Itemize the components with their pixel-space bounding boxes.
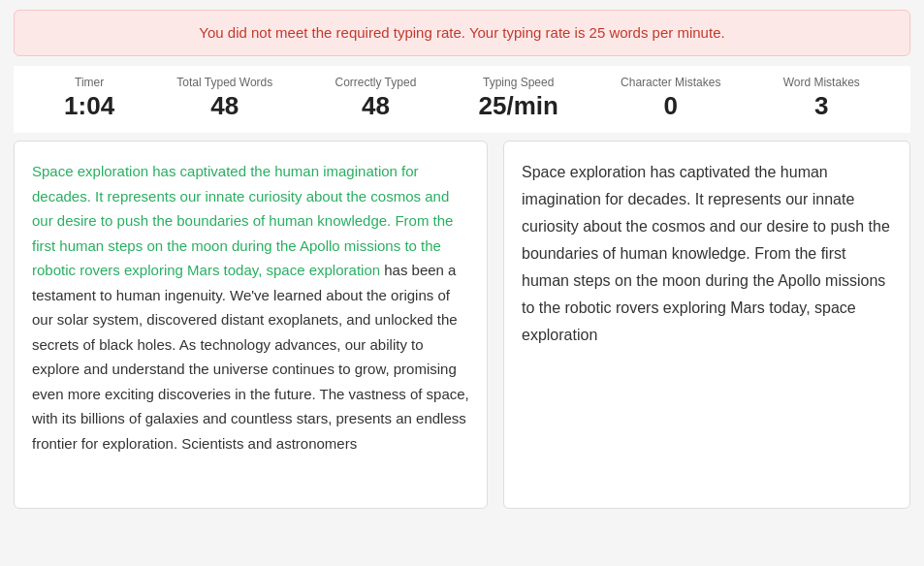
word-mistakes-label: Word Mistakes: [783, 76, 860, 89]
stat-timer: Timer 1:04: [64, 76, 114, 121]
typing-speed-value: 25/min: [479, 91, 558, 121]
stat-correctly-typed: Correctly Typed 48: [335, 76, 417, 121]
total-typed-label: Total Typed Words: [176, 76, 272, 89]
right-panel: Space exploration has captivated the hum…: [503, 141, 910, 509]
typed-text-container[interactable]: Space exploration has captivated the hum…: [32, 159, 469, 490]
main-content: Space exploration has captivated the hum…: [14, 141, 910, 509]
left-panel: Space exploration has captivated the hum…: [14, 141, 488, 509]
stat-typing-speed: Typing Speed 25/min: [479, 76, 558, 121]
app-container: You did not meet the required typing rat…: [0, 10, 924, 509]
total-typed-value: 48: [210, 91, 239, 121]
word-mistakes-value: 3: [814, 91, 828, 121]
typed-text-normal: has been a testament to human ingenuity.…: [32, 262, 469, 452]
stat-word-mistakes: Word Mistakes 3: [783, 76, 860, 121]
character-mistakes-value: 0: [664, 91, 678, 121]
correctly-typed-label: Correctly Typed: [335, 76, 417, 89]
timer-value: 1:04: [64, 91, 114, 121]
reference-text: Space exploration has captivated the hum…: [522, 159, 892, 490]
character-mistakes-label: Character Mistakes: [621, 76, 720, 89]
alert-text: You did not meet the required typing rat…: [199, 24, 724, 41]
alert-banner: You did not meet the required typing rat…: [14, 10, 910, 56]
typing-speed-label: Typing Speed: [483, 76, 554, 89]
stat-character-mistakes: Character Mistakes 0: [621, 76, 720, 121]
stat-total-typed: Total Typed Words 48: [176, 76, 272, 121]
correctly-typed-value: 48: [362, 91, 390, 121]
stats-row: Timer 1:04 Total Typed Words 48 Correctl…: [14, 66, 910, 133]
timer-label: Timer: [75, 76, 104, 89]
